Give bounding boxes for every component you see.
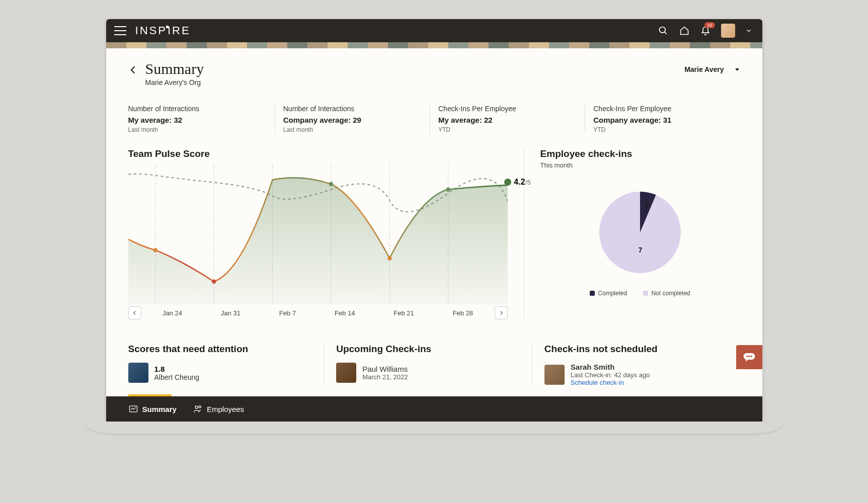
schedule-link[interactable]: Schedule check-in [571,379,650,386]
checkins-subtitle: This month [540,161,740,169]
bottombar: Summary Employees [106,396,762,422]
svg-point-0 [659,27,665,33]
legend-completed: Completed [590,290,627,297]
stat-value: Company average: 29 [283,116,422,124]
chat-button[interactable] [736,345,762,369]
svg-point-11 [329,182,333,187]
svg-point-24 [199,406,201,408]
menu-icon[interactable] [114,26,126,35]
svg-point-19 [748,356,750,357]
attention-title: Scores that need attention [128,344,312,355]
stat-label: Check-Ins Per Employee [438,105,577,113]
topbar: iNSPiRE 10 [106,19,762,42]
stat-label: Check-Ins Per Employee [593,105,732,113]
upcoming-title: Upcoming Check-ins [336,344,520,355]
stat-value: Company average: 31 [593,116,732,124]
unscheduled-title: Check-ins not scheduled [544,344,728,355]
search-icon[interactable] [658,25,669,36]
avatar [128,363,148,383]
stat-label: Number of Interactions [128,105,267,113]
pulse-title: Team Pulse Score [128,148,508,159]
stats-row: Number of Interactions My average: 32 La… [128,105,740,133]
upcoming-name: Paul Williams [362,365,408,373]
pie-legend: Completed Not completed [540,290,740,297]
stat-label: Number of Interactions [283,105,422,113]
svg-point-23 [195,406,198,408]
svg-point-18 [746,356,748,357]
stat-sub: YTD [438,126,577,133]
legend-not-completed: Not completed [643,290,690,297]
user-dropdown-label: Marie Avery [684,65,724,73]
back-icon[interactable] [128,63,138,78]
svg-marker-2 [735,68,739,71]
pulse-chart: 4.2 /5 [128,163,508,304]
chart-x-axis: Jan 24 Jan 31 Feb 7 Feb 14 Feb 21 Feb 28 [141,309,495,317]
stat-value: My average: 32 [128,116,267,124]
avatar [336,363,356,383]
attention-score: 1.8 [154,365,200,373]
pulse-current-score: 4.2 /5 [504,178,530,187]
notification-badge: 10 [704,22,715,28]
upcoming-person[interactable]: Paul Williams March 21, 2022 [336,363,520,383]
home-icon[interactable] [679,25,690,36]
page-subtitle: Marie Avery's Org [145,78,204,87]
stat-card: Check-Ins Per Employee Company average: … [585,105,740,133]
page-title: Summary [145,60,204,77]
tab-employees[interactable]: Employees [193,404,244,414]
decorative-banner [106,42,762,48]
brand-logo: iNSPiRE [135,24,191,37]
tab-summary[interactable]: Summary [128,404,177,414]
svg-point-13 [446,187,450,192]
svg-point-9 [153,248,157,253]
chart-next-button[interactable] [495,306,508,319]
chart-prev-button[interactable] [128,306,141,319]
svg-marker-21 [746,359,749,362]
user-avatar[interactable] [721,24,735,38]
svg-point-10 [211,279,216,284]
stat-card: Check-Ins Per Employee My average: 22 YT… [430,105,585,133]
svg-text:1: 1 [645,201,649,209]
svg-line-1 [664,32,666,34]
user-dropdown[interactable]: Marie Avery [684,65,740,73]
attention-name: Albert Cheung [154,373,200,381]
legend-swatch-icon [643,291,648,296]
chevron-down-icon[interactable] [743,25,754,36]
stat-sub: Last month [283,126,422,133]
stat-card: Number of Interactions My average: 32 La… [128,105,275,133]
svg-point-12 [387,256,391,261]
legend-swatch-icon [590,291,595,296]
checkins-title: Employee check-ins [540,148,740,159]
tab-label: Summary [142,405,177,413]
svg-text:7: 7 [638,246,642,254]
stat-sub: YTD [593,126,732,133]
bell-icon[interactable]: 10 [700,25,711,36]
score-dot-icon [504,179,511,186]
stat-value: My average: 22 [438,116,577,124]
checkins-pie-chart: 1 7 [540,187,740,278]
attention-person[interactable]: 1.8 Albert Cheung [128,363,312,383]
avatar [544,365,565,385]
tab-label: Employees [207,405,244,413]
unscheduled-person: Sarah Smith Last Check-in: 42 days ago S… [544,363,728,386]
stat-card: Number of Interactions Company average: … [275,105,430,133]
svg-point-20 [750,356,752,357]
upcoming-date: March 21, 2022 [362,373,408,381]
unscheduled-name: Sarah Smith [571,363,650,371]
stat-sub: Last month [128,126,267,133]
unscheduled-last: Last Check-in: 42 days ago [571,371,650,379]
active-tab-indicator [128,394,172,396]
